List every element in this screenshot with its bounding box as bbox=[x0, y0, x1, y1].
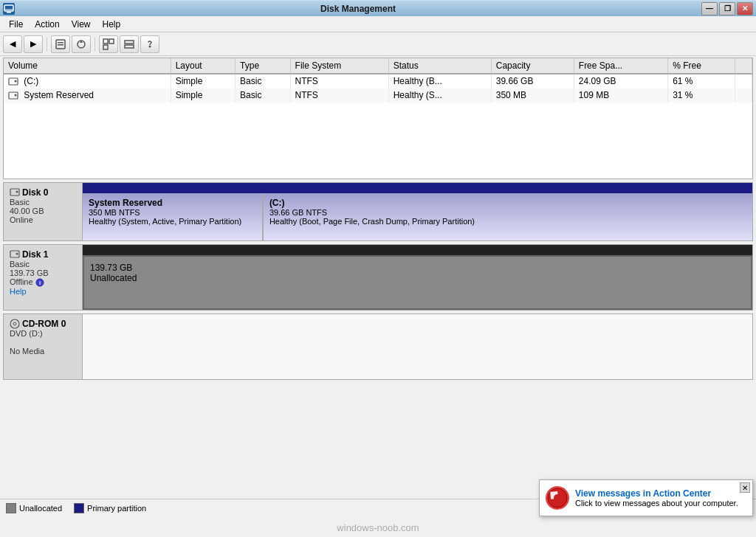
col-type[interactable]: Type bbox=[236, 58, 290, 74]
cell-type: Basic bbox=[236, 89, 290, 103]
col-pctfree[interactable]: % Free bbox=[668, 58, 735, 74]
app-icon bbox=[3, 3, 15, 15]
svg-rect-9 bbox=[103, 45, 108, 49]
partition-sysreserved[interactable]: System Reserved 350 MB NTFS Healthy (Sys… bbox=[83, 193, 264, 240]
window-controls: — ❐ ✕ bbox=[701, 2, 753, 15]
col-status[interactable]: Status bbox=[388, 58, 491, 74]
close-button[interactable]: ✕ bbox=[737, 2, 753, 15]
shrink-button[interactable] bbox=[120, 35, 139, 53]
disk1-label: Disk 1 Basic 139.73 GB Offline i Help bbox=[3, 244, 83, 311]
svg-point-23 bbox=[10, 319, 19, 328]
svg-rect-4 bbox=[58, 42, 63, 44]
minimize-button[interactable]: — bbox=[701, 2, 718, 15]
cell-freespace: 24.09 GB bbox=[574, 74, 667, 89]
cdrom-name: CD-ROM 0 bbox=[22, 319, 66, 329]
svg-point-14 bbox=[15, 80, 17, 82]
properties-button[interactable] bbox=[51, 35, 70, 53]
notification-text: View messages in Action Center Click to … bbox=[575, 488, 738, 507]
svg-text:i: i bbox=[39, 280, 41, 286]
c-size: 39.66 GB NTFS bbox=[269, 208, 746, 217]
disk1-row: Disk 1 Basic 139.73 GB Offline i Help 13… bbox=[3, 244, 753, 311]
svg-point-20 bbox=[16, 253, 18, 255]
table-row[interactable]: (C:) Simple Basic NTFS Healthy (B... 39.… bbox=[4, 74, 752, 89]
unalloc-label: Unallocated bbox=[90, 273, 745, 283]
svg-rect-1 bbox=[7, 12, 11, 13]
cdrom-content bbox=[83, 313, 753, 380]
notification-title[interactable]: View messages in Action Center bbox=[575, 488, 738, 499]
refresh-button[interactable] bbox=[72, 35, 91, 53]
legend-unallocated: Unallocated bbox=[6, 503, 62, 513]
menu-action[interactable]: Action bbox=[29, 18, 65, 31]
cdrom-row: CD-ROM 0 DVD (D:) No Media bbox=[3, 313, 753, 380]
disk1-name: Disk 1 bbox=[22, 249, 48, 260]
menu-view[interactable]: View bbox=[66, 18, 97, 31]
col-extra bbox=[735, 58, 752, 74]
col-filesystem[interactable]: File System bbox=[290, 58, 388, 74]
c-health: Healthy (Boot, Page File, Crash Dump, Pr… bbox=[269, 217, 746, 226]
sysres-name: System Reserved bbox=[89, 198, 256, 208]
legend-primary: Primary partition bbox=[74, 503, 146, 513]
main-content: Volume Layout Type File System Status Ca… bbox=[0, 56, 756, 516]
notification-close-button[interactable]: ✕ bbox=[740, 482, 750, 493]
menu-help[interactable]: Help bbox=[97, 18, 127, 31]
toolbar-sep-2 bbox=[94, 37, 95, 52]
svg-point-12 bbox=[149, 45, 151, 47]
cdrom-type: DVD (D:) bbox=[10, 329, 76, 338]
svg-point-18 bbox=[16, 191, 18, 193]
cdrom-blank bbox=[10, 338, 76, 347]
disk1-size: 139.73 GB bbox=[10, 268, 76, 277]
col-volume[interactable]: Volume bbox=[4, 58, 171, 74]
restore-button[interactable]: ❐ bbox=[719, 2, 735, 15]
volume-table: Volume Layout Type File System Status Ca… bbox=[3, 58, 753, 179]
cell-capacity: 350 MB bbox=[491, 89, 574, 103]
disk1-status: Offline i bbox=[10, 277, 76, 287]
col-freespace[interactable]: Free Spa... bbox=[574, 58, 667, 74]
partition-unalloc[interactable]: 139.73 GB Unallocated bbox=[83, 255, 752, 310]
cell-filesystem: NTFS bbox=[290, 89, 388, 103]
disk0-bar bbox=[83, 183, 752, 193]
cdrom-label: CD-ROM 0 DVD (D:) No Media bbox=[3, 313, 83, 380]
title-bar: Disk Management — ❐ ✕ bbox=[0, 0, 756, 16]
disk1-type: Basic bbox=[10, 260, 76, 268]
col-capacity[interactable]: Capacity bbox=[491, 58, 574, 74]
cell-pctfree: 31 % bbox=[668, 89, 735, 103]
notification-popup: View messages in Action Center Click to … bbox=[539, 479, 753, 516]
cell-volume: System Reserved bbox=[4, 89, 171, 103]
legend-primary-box bbox=[74, 503, 84, 513]
legend-unalloc-box bbox=[6, 503, 16, 513]
back-button[interactable]: ◀ bbox=[3, 35, 22, 53]
cdrom-status: No Media bbox=[10, 347, 76, 356]
notification-subtitle: Click to view messages about your comput… bbox=[575, 499, 738, 507]
disk1-help-link[interactable]: Help bbox=[10, 287, 27, 296]
svg-rect-10 bbox=[125, 41, 134, 44]
forward-button[interactable]: ▶ bbox=[24, 35, 43, 53]
svg-point-24 bbox=[13, 322, 16, 325]
disk0-status: Online bbox=[10, 215, 76, 224]
svg-rect-11 bbox=[125, 45, 134, 48]
sysres-size: 350 MB NTFS bbox=[89, 208, 256, 217]
svg-rect-5 bbox=[58, 44, 63, 46]
partition-c[interactable]: (C:) 39.66 GB NTFS Healthy (Boot, Page F… bbox=[264, 193, 752, 240]
cell-layout: Simple bbox=[171, 74, 235, 89]
toolbar-sep-1 bbox=[47, 37, 47, 52]
table-row[interactable]: System Reserved Simple Basic NTFS Health… bbox=[4, 89, 752, 103]
unalloc-size: 139.73 GB bbox=[90, 263, 745, 273]
cell-volume: (C:) bbox=[4, 74, 171, 89]
disk0-visual: System Reserved 350 MB NTFS Healthy (Sys… bbox=[83, 182, 753, 241]
cell-status: Healthy (B... bbox=[388, 74, 491, 89]
svg-rect-0 bbox=[4, 5, 13, 11]
cell-layout: Simple bbox=[171, 89, 235, 103]
notification-icon bbox=[546, 486, 569, 510]
expand-button[interactable] bbox=[99, 35, 118, 53]
cell-extra bbox=[735, 89, 752, 103]
disk0-size: 40.00 GB bbox=[10, 207, 76, 215]
disk0-bar-c bbox=[264, 183, 752, 193]
cell-pctfree: 61 % bbox=[668, 74, 735, 89]
disk0-bar-sysres bbox=[83, 183, 264, 193]
menu-file[interactable]: File bbox=[3, 18, 29, 31]
disk0-name: Disk 0 bbox=[22, 187, 48, 198]
disk0-partitions: System Reserved 350 MB NTFS Healthy (Sys… bbox=[83, 193, 752, 240]
help-toolbar-button[interactable] bbox=[140, 35, 159, 53]
c-name: (C:) bbox=[269, 198, 746, 208]
col-layout[interactable]: Layout bbox=[171, 58, 235, 74]
